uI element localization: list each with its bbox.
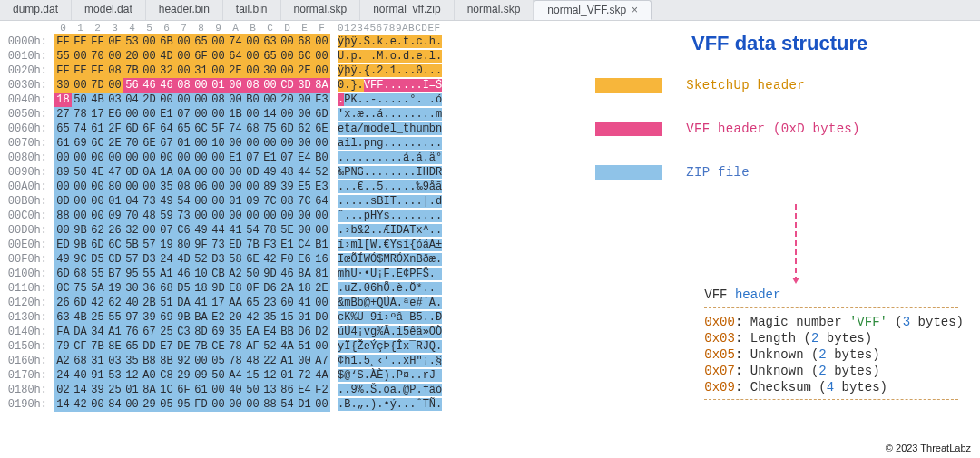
byte[interactable]: 35 [158, 180, 175, 194]
byte[interactable]: 8A [296, 267, 313, 281]
byte[interactable]: 86 [279, 383, 296, 397]
byte[interactable]: 49 [158, 194, 175, 209]
byte[interactable]: 89 [261, 180, 279, 194]
byte[interactable]: 00 [72, 209, 89, 223]
byte[interactable]: 64 [313, 194, 330, 209]
byte[interactable]: 00 [175, 93, 192, 107]
byte[interactable]: E8 [227, 281, 244, 296]
byte[interactable]: 2F [106, 122, 123, 136]
byte[interactable]: 68 [158, 281, 175, 296]
byte[interactable]: 50 [72, 93, 89, 107]
byte[interactable]: 00 [227, 93, 244, 107]
byte[interactable]: 6C [89, 136, 106, 151]
byte[interactable]: C4 [296, 238, 313, 252]
byte[interactable]: 65 [54, 122, 72, 136]
byte[interactable]: 00 [54, 223, 72, 238]
byte[interactable]: 00 [106, 78, 123, 93]
byte[interactable]: 09 [244, 194, 261, 209]
byte[interactable]: E4 [296, 151, 313, 165]
byte[interactable]: 00 [244, 49, 261, 63]
byte[interactable]: E1 [158, 107, 175, 122]
byte[interactable]: 51 [158, 296, 175, 310]
close-icon[interactable]: × [632, 4, 638, 16]
byte[interactable]: 56 [123, 78, 141, 93]
byte[interactable]: 7B [89, 339, 106, 354]
byte[interactable]: 5F [210, 122, 227, 136]
byte[interactable]: 91 [89, 368, 106, 383]
byte[interactable]: 8E [106, 339, 123, 354]
byte[interactable]: E4 [296, 383, 313, 397]
byte[interactable]: 32 [123, 223, 141, 238]
byte[interactable]: 7C [296, 194, 313, 209]
byte[interactable]: 6C [192, 122, 210, 136]
byte[interactable]: 00 [192, 354, 210, 368]
byte[interactable]: A1 [158, 267, 175, 281]
byte[interactable]: 00 [210, 63, 227, 78]
byte[interactable]: 00 [227, 180, 244, 194]
byte[interactable]: 6F [192, 49, 210, 63]
byte[interactable]: 00 [210, 165, 227, 180]
byte[interactable]: E1 [227, 151, 244, 165]
byte[interactable]: 26 [106, 223, 123, 238]
byte[interactable]: 49 [192, 223, 210, 238]
byte[interactable]: A7 [313, 354, 330, 368]
byte[interactable]: 35 [227, 325, 244, 339]
byte[interactable]: 00 [192, 78, 210, 93]
byte[interactable]: 00 [89, 151, 106, 165]
byte[interactable]: 05 [158, 397, 175, 412]
byte[interactable]: 9F [192, 238, 210, 252]
byte[interactable]: 13 [261, 383, 279, 397]
byte[interactable]: 79 [54, 339, 72, 354]
byte[interactable]: 95 [175, 397, 192, 412]
byte[interactable]: 97 [123, 310, 141, 325]
tab-normal-vff-skp[interactable]: normal_VFF.skp× [534, 0, 652, 20]
byte[interactable]: 00 [141, 151, 158, 165]
byte[interactable]: 00 [123, 180, 141, 194]
byte[interactable]: B0 [313, 151, 330, 165]
byte[interactable]: 5A [89, 281, 106, 296]
byte[interactable]: 47 [106, 165, 123, 180]
byte[interactable]: 69 [72, 136, 89, 151]
byte[interactable]: 48 [244, 354, 261, 368]
byte[interactable]: 72 [296, 368, 313, 383]
byte[interactable]: 6D [89, 238, 106, 252]
byte[interactable]: CD [279, 78, 296, 93]
byte[interactable]: D3 [141, 252, 158, 267]
byte[interactable]: A2 [54, 354, 72, 368]
byte[interactable]: EA [244, 325, 261, 339]
byte[interactable]: 00 [227, 209, 244, 223]
byte[interactable]: 15 [244, 368, 261, 383]
byte[interactable]: 00 [106, 151, 123, 165]
byte[interactable]: 07 [158, 223, 175, 238]
byte[interactable]: 00 [296, 93, 313, 107]
byte[interactable]: 39 [141, 310, 158, 325]
byte[interactable]: AA [227, 296, 244, 310]
byte[interactable]: A1 [279, 354, 296, 368]
byte[interactable]: 00 [227, 397, 244, 412]
byte[interactable]: FF [89, 34, 106, 49]
byte[interactable]: FE [72, 63, 89, 78]
byte[interactable]: 00 [192, 93, 210, 107]
byte[interactable]: 25 [106, 383, 123, 397]
byte[interactable]: 14 [72, 383, 89, 397]
byte[interactable]: 42 [89, 296, 106, 310]
byte[interactable]: 00 [261, 209, 279, 223]
byte[interactable]: 6F [175, 383, 192, 397]
byte[interactable]: 65 [175, 122, 192, 136]
byte[interactable]: 12 [123, 368, 141, 383]
byte[interactable]: 4B [72, 310, 89, 325]
byte[interactable]: 04 [123, 93, 141, 107]
byte[interactable]: 00 [123, 107, 141, 122]
byte[interactable]: DD [141, 339, 158, 354]
byte[interactable]: ED [227, 238, 244, 252]
byte[interactable]: 89 [54, 165, 72, 180]
byte[interactable]: 00 [141, 180, 158, 194]
byte[interactable]: E1 [261, 151, 279, 165]
byte[interactable]: 00 [279, 107, 296, 122]
byte[interactable]: FF [89, 63, 106, 78]
byte[interactable]: 70 [123, 136, 141, 151]
byte[interactable]: 51 [296, 339, 313, 354]
byte[interactable]: 80 [175, 238, 192, 252]
byte[interactable]: 00 [54, 151, 72, 165]
byte[interactable]: 41 [296, 296, 313, 310]
